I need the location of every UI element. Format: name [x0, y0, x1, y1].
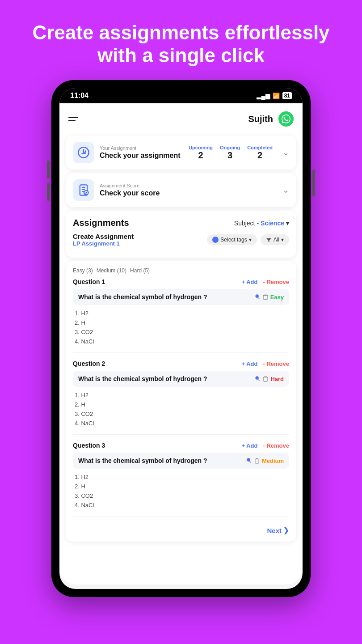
score-icon: [73, 179, 94, 201]
question-1-options: 1. H2 2. H 3. CO2 4. NaCl: [73, 309, 289, 346]
subject-name: Science: [261, 220, 284, 227]
create-row: Create Assignment LP Assignment 1 Select…: [73, 233, 289, 247]
question-1-num: Question 1: [73, 278, 105, 285]
select-tags-button[interactable]: Select tags ▾: [207, 234, 257, 245]
assignment-card-inner: Your Assignment Check your assignment Up…: [73, 142, 289, 163]
score-title: Check your score: [100, 189, 160, 197]
question-block-1: Question 1 + Add - Remove What is the ch…: [73, 278, 289, 353]
score-card[interactable]: Assignment Score Check your score ⌄: [66, 173, 296, 207]
option-1-1: 1. H2: [75, 309, 287, 318]
question-3-difficulty: Medium: [262, 458, 284, 464]
question-2-add[interactable]: + Add: [241, 360, 257, 367]
assignments-header: Assignments Subject - Science ▾: [73, 218, 289, 228]
subject-prefix: Subject -: [234, 220, 259, 227]
question-3-text-row: What is the chemical symbol of hydrogen …: [73, 453, 289, 469]
next-button[interactable]: Next ❯: [267, 526, 289, 534]
phone-frame: 11:04 ▂▄▆ 📶 81 Sujith: [51, 80, 311, 597]
select-tags-label: Select tags: [220, 237, 247, 243]
assignment-stats: Upcoming 2 Ongoing 3 Completed 2: [189, 145, 289, 161]
phone-mockup: 11:04 ▂▄▆ 📶 81 Sujith: [0, 80, 362, 597]
time-display: 11:04: [70, 92, 88, 100]
subject-selector[interactable]: Subject - Science ▾: [234, 220, 289, 227]
filter-button[interactable]: All ▾: [261, 234, 289, 245]
option-3-4: 4. NaCl: [75, 500, 287, 510]
next-arrow-icon: ❯: [283, 526, 289, 534]
question-1-actions: + Add - Remove: [241, 279, 289, 285]
wifi-icon: 📶: [273, 93, 280, 99]
option-2-1: 1. H2: [75, 390, 287, 400]
score-card-text: Assignment Score Check your score: [100, 183, 160, 197]
hero-title: Create assignments effortlessly with a s…: [0, 0, 362, 80]
score-card-inner: Assignment Score Check your score ⌄: [73, 179, 289, 201]
filter-chevron-icon: ▾: [281, 237, 284, 243]
question-3-num: Question 3: [73, 442, 105, 449]
upcoming-value: 2: [189, 150, 213, 161]
assignment-title: Check your assignment: [100, 152, 181, 160]
option-3-2: 2. H: [75, 482, 287, 491]
volume-down-button: [47, 183, 50, 201]
question-3-header: Question 3 + Add - Remove: [73, 442, 289, 449]
assignments-title: Assignments: [73, 218, 129, 228]
question-2-text: What is the chemical symbol of hydrogen …: [78, 375, 207, 382]
score-card-chevron[interactable]: ⌄: [282, 185, 289, 195]
question-1-difficulty: Easy: [270, 294, 284, 301]
power-button: [312, 169, 315, 196]
question-3-add[interactable]: + Add: [241, 442, 257, 449]
menu-line-2: [68, 120, 76, 121]
question-3-remove[interactable]: - Remove: [263, 442, 289, 449]
question-2-options: 1. H2 2. H 3. CO2 4. NaCl: [73, 390, 289, 428]
phone-screen: 11:04 ▂▄▆ 📶 81 Sujith: [59, 88, 303, 589]
question-1-meta: Easy: [254, 294, 284, 301]
create-assignment-text: Create Assignment LP Assignment 1: [73, 233, 134, 247]
filter-row: Select tags ▾ All ▾: [207, 234, 289, 245]
assignment-label: Your Assignment: [100, 145, 181, 151]
ongoing-value: 3: [220, 150, 240, 161]
question-2-meta: Hard: [254, 376, 284, 382]
question-2-difficulty: Hard: [270, 376, 284, 382]
next-row: Next ❯: [73, 524, 289, 535]
menu-line-1: [68, 117, 78, 118]
assignments-section: Assignments Subject - Science ▾ Create A…: [66, 211, 296, 258]
username-label: Sujith: [248, 114, 273, 124]
question-1-remove[interactable]: - Remove: [263, 279, 289, 285]
create-subtitle[interactable]: LP Assignment 1: [73, 240, 134, 247]
difficulty-row: Easy (3) Medium (10) Hard (5): [73, 267, 289, 274]
question-2-num: Question 2: [73, 360, 105, 367]
question-3-options: 1. H2 2. H 3. CO2 4. NaCl: [73, 472, 289, 510]
option-2-3: 3. CO2: [75, 409, 287, 419]
filter-label: All: [274, 237, 279, 243]
status-icons: ▂▄▆ 📶 81: [257, 92, 292, 99]
next-label: Next: [267, 527, 282, 534]
option-2-4: 4. NaCl: [75, 419, 287, 428]
menu-button[interactable]: [68, 117, 78, 121]
whatsapp-button[interactable]: [278, 111, 294, 127]
header-right: Sujith: [248, 111, 294, 127]
question-3-meta: Medium: [246, 458, 284, 464]
question-1-add[interactable]: + Add: [241, 279, 257, 285]
question-1-text: What is the chemical symbol of hydrogen …: [78, 293, 207, 301]
assignment-card[interactable]: Your Assignment Check your assignment Up…: [66, 136, 296, 169]
assignment-icon: [73, 142, 94, 163]
app-content: Sujith: [59, 103, 303, 585]
option-1-2: 2. H: [75, 318, 287, 327]
question-2-remove[interactable]: - Remove: [263, 360, 289, 367]
assignment-card-text: Your Assignment Check your assignment: [100, 145, 181, 160]
completed-label: Completed: [247, 145, 273, 150]
upcoming-stat: Upcoming 2: [189, 145, 213, 161]
assignment-card-chevron[interactable]: ⌄: [282, 148, 289, 157]
question-2-text-row: What is the chemical symbol of hydrogen …: [73, 371, 289, 387]
completed-value: 2: [247, 150, 273, 161]
option-1-3: 3. CO2: [75, 327, 287, 337]
tag-icon: [212, 237, 219, 243]
question-3-text: What is the chemical symbol of hydrogen …: [78, 457, 207, 464]
ongoing-stat: Ongoing 3: [220, 145, 240, 161]
question-block-2: Question 2 + Add - Remove What is the ch…: [73, 360, 289, 435]
option-2-2: 2. H: [75, 400, 287, 409]
upcoming-label: Upcoming: [189, 145, 213, 150]
battery-display: 81: [282, 92, 292, 99]
question-1-text-row: What is the chemical symbol of hydrogen …: [73, 289, 289, 305]
subject-chevron-icon: ▾: [286, 220, 289, 227]
ongoing-label: Ongoing: [220, 145, 240, 150]
easy-badge: Easy (3): [73, 267, 93, 274]
question-block-3: Question 3 + Add - Remove What is the ch…: [73, 442, 289, 517]
